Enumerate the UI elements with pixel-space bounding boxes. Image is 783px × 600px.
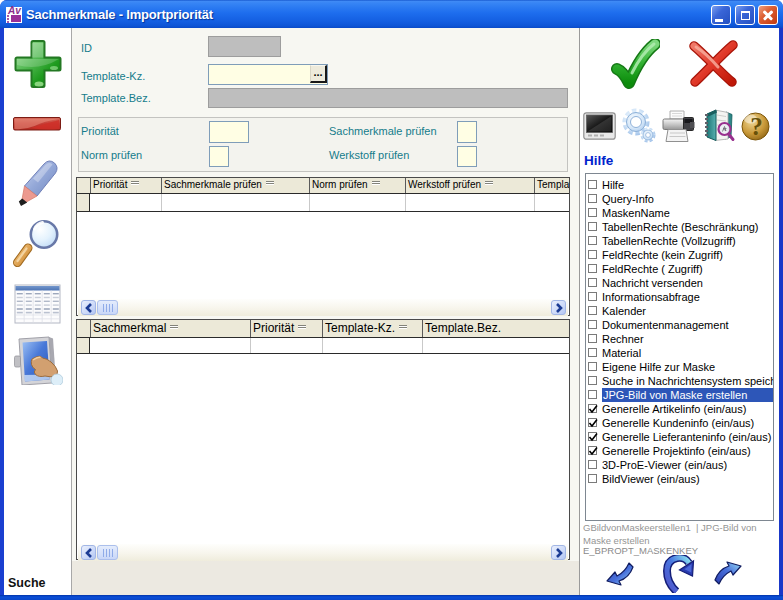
svg-text:?: ? bbox=[750, 113, 763, 140]
